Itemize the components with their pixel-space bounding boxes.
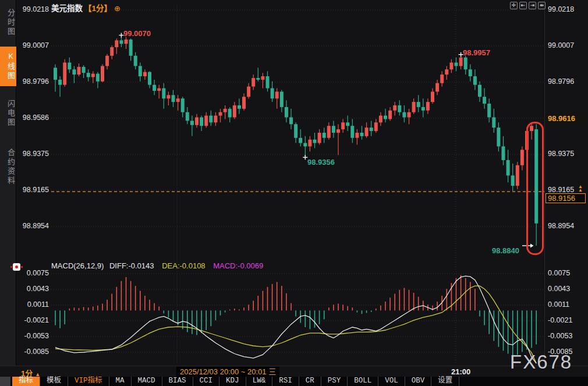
price-tick-left: 98.9796	[0, 77, 49, 86]
low-arrow-marker	[522, 244, 534, 248]
candles	[54, 35, 538, 245]
dea-value: DEA:-0.0108	[162, 261, 205, 270]
macd-tick-right: 0.0075	[548, 269, 570, 277]
interval-badge: 【1分】	[84, 4, 112, 13]
toolbar-grip[interactable]	[0, 377, 10, 386]
macd-value: MACD:-0.0069	[213, 261, 263, 270]
pan-right-icon[interactable]: ⇻	[538, 2, 546, 9]
axis-divider	[544, 0, 545, 366]
toolbar-tab-VOL[interactable]: VOL	[378, 377, 405, 386]
price-tick-left: 98.8954	[0, 222, 49, 230]
crosshair-time-tooltip: 2025/12/03 20:00 ~ 20:01 三	[176, 367, 279, 377]
price-tick-left: 99.0218	[0, 5, 49, 13]
move-icon[interactable]: ✛	[510, 2, 518, 9]
annotation-session-low: 98.8840	[492, 246, 519, 255]
price-tick-right: 98.9165	[548, 186, 574, 194]
expand-right-icon[interactable]: ⇥	[529, 2, 536, 9]
price-tick-right: 98.8954	[548, 222, 574, 230]
macd-tick-left: -0.0053	[0, 332, 49, 340]
macd-tick-left: -0.0085	[0, 348, 49, 356]
status-bar: 1分▲ 2025/12/03 20:00 ~ 20:01 三 21:00	[0, 366, 588, 377]
trading-terminal: 分时图K线图闪电图合约资料 美元指数【1分】⊕ ✛⇤⇥⇻ 99.021899.0…	[0, 0, 588, 386]
annotation-session-high: 99.0070	[123, 29, 151, 38]
compress-left-icon[interactable]: ⇤	[519, 2, 527, 9]
macd-histogram	[55, 275, 536, 356]
double-up-arrow-icon: ▲▲	[578, 185, 583, 192]
toolbar-tab-指标[interactable]: 指标	[12, 377, 40, 386]
price-tick-right: 98.9375	[548, 150, 574, 158]
price-tick-left: 98.9586	[0, 114, 49, 122]
toolbar-tab-VIP指标[interactable]: VIP指标	[68, 377, 109, 386]
last-price-marker: 98.9156	[546, 193, 586, 203]
macd-tick-right: 0.0011	[548, 300, 569, 309]
dea-line	[55, 286, 536, 363]
macd-tick-left: -0.0021	[0, 316, 49, 324]
macd-tick-right: -0.0053	[548, 332, 572, 340]
macd-tick-right: -0.0021	[548, 316, 572, 324]
toolbar-tab-MA[interactable]: MA	[109, 377, 132, 386]
macd-tick-left: 0.0043	[0, 285, 49, 293]
chart-window-controls: ✛⇤⇥⇻	[510, 2, 546, 9]
brand-watermark: FX678	[510, 351, 572, 373]
open-price-marker: 98.9616	[546, 114, 587, 123]
toolbar-tab-BIAS[interactable]: BIAS	[162, 377, 193, 386]
toolbar-tab-RSI[interactable]: RSI	[272, 377, 299, 386]
price-and-macd-chart[interactable]	[0, 0, 588, 366]
price-tick-left: 98.9165	[0, 186, 49, 194]
toolbar-tab-BOLL[interactable]: BOLL	[348, 377, 378, 386]
annotation-second-high: 98.9957	[463, 48, 490, 57]
chart-title: 美元指数【1分】⊕	[51, 2, 121, 13]
price-tick-right: 99.0007	[548, 41, 574, 49]
macd-tick-right: 0.0043	[548, 285, 570, 293]
macd-params-label: MACD(26,12,9)	[51, 261, 104, 270]
diff-value: DIFF:-0.0143	[109, 261, 154, 270]
toolbar-tab-PSY[interactable]: PSY	[321, 377, 348, 386]
toolbar-tab-MACD[interactable]: MACD	[132, 377, 162, 386]
price-tick-right: 99.0218	[548, 5, 574, 13]
macd-tick-left: 0.0075	[0, 269, 49, 277]
toolbar-tab-OBV[interactable]: OBV	[405, 377, 432, 386]
x-axis-time-label: 21:00	[451, 367, 470, 376]
toolbar-tab-模板[interactable]: 模板	[40, 377, 68, 386]
price-tick-left: 99.0007	[0, 41, 49, 49]
price-tick-left: 98.9375	[0, 150, 49, 158]
price-tick-right: 98.9796	[548, 77, 574, 86]
annotation-local-low: 98.9356	[307, 158, 335, 167]
macd-tick-left: 0.0011	[0, 300, 49, 309]
toolbar-tab-CR[interactable]: CR	[299, 377, 321, 386]
symbol-name: 美元指数	[51, 4, 83, 13]
toolbar-tab-设置[interactable]: 设置	[431, 377, 459, 386]
alert-burst-icon[interactable]	[13, 263, 20, 271]
toolbar-tab-CCI[interactable]: CCI	[193, 377, 220, 386]
toolbar-tab-KDJ[interactable]: KDJ	[219, 377, 246, 386]
macd-header: MACD(26,12,9) DIFF:-0.0143 DEA:-0.0108 M…	[51, 261, 263, 270]
toolbar-tab-LW&[interactable]: LW&	[246, 377, 273, 386]
circle-plus-icon[interactable]: ⊕	[114, 4, 121, 13]
indicator-toolbar: 指标模板VIP指标MAMACDBIASCCIKDJLW&RSICRPSYBOLL…	[0, 377, 588, 386]
